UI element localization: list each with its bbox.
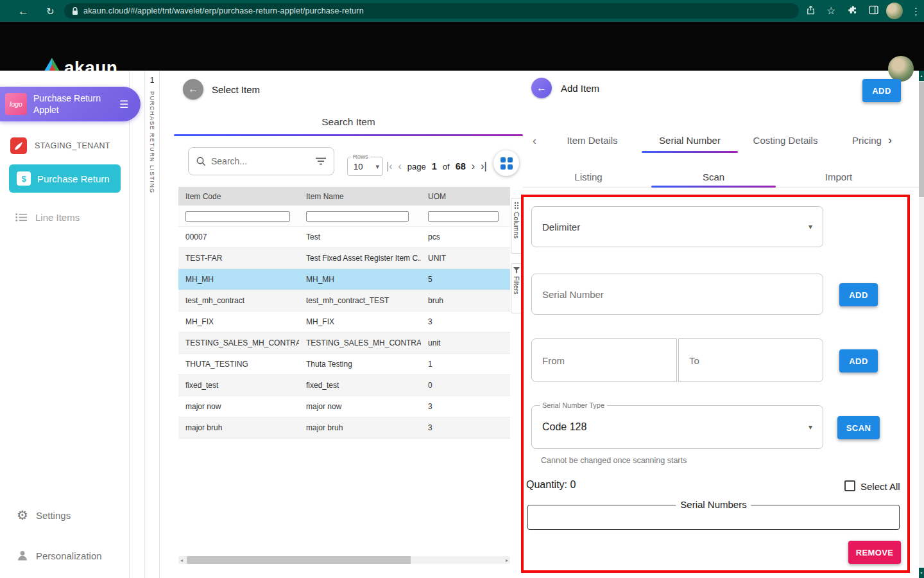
- column-header-item-code[interactable]: Item Code: [178, 192, 299, 201]
- table-row[interactable]: 00007 Test pcs: [178, 227, 510, 248]
- search-icon: [196, 157, 206, 166]
- side-panel-icon[interactable]: [869, 6, 878, 17]
- table-row[interactable]: test_mh_contract test_mh_contract_TEST b…: [178, 290, 510, 311]
- table-row[interactable]: major now major now 3: [178, 396, 510, 417]
- bookmark-star-icon[interactable]: ☆: [826, 6, 835, 16]
- range-add-button[interactable]: ADD: [839, 349, 878, 372]
- browser-url-bar[interactable]: akaun.cloud/#/applet/tnt/wavelet/erp/pur…: [64, 3, 799, 19]
- last-page-icon[interactable]: ›|: [481, 161, 486, 171]
- search-input[interactable]: [211, 156, 311, 166]
- range-to-input[interactable]: [678, 338, 823, 382]
- browser-toolbar: ← ↻ akaun.cloud/#/applet/tnt/wavelet/erp…: [0, 0, 924, 22]
- columns-tool[interactable]: Columns: [511, 198, 522, 254]
- tab-item-details[interactable]: Item Details: [567, 135, 617, 146]
- filter-list-icon[interactable]: [316, 157, 326, 165]
- person-icon: [17, 550, 28, 561]
- scroll-down-icon[interactable]: ▼: [919, 568, 924, 578]
- horizontal-scrollbar-thumb[interactable]: [187, 556, 411, 564]
- add-item-title: Add Item: [561, 83, 599, 94]
- tab-search-item[interactable]: Search Item: [174, 116, 523, 128]
- next-page-icon[interactable]: ›: [472, 161, 475, 171]
- add-item-button[interactable]: ADD: [862, 79, 901, 102]
- table-row[interactable]: TESTING_SALES_MH_CONTRACT TESTING_SALES_…: [178, 333, 510, 354]
- extensions-puzzle-icon[interactable]: [848, 5, 858, 17]
- applet-card[interactable]: logo Purchase Return Applet ☰: [0, 87, 141, 121]
- sidebar-item-settings[interactable]: ⚙ Settings: [17, 509, 71, 521]
- apps-grid-icon: [501, 157, 513, 170]
- page-word: page: [407, 162, 426, 171]
- item-code-filter-input[interactable]: [185, 211, 290, 222]
- first-page-icon[interactable]: |‹: [386, 161, 392, 171]
- table-row[interactable]: MH_FIX MH_FIX 3: [178, 311, 510, 333]
- table-row[interactable]: fixed_test fixed_test 0: [178, 375, 510, 396]
- scroll-up-icon[interactable]: ▲: [919, 71, 924, 81]
- tabs-scroll-left-icon[interactable]: ‹: [533, 135, 536, 146]
- serial-add-button[interactable]: ADD: [839, 283, 878, 306]
- table-row-selected[interactable]: MH_MH MH_MH 5: [178, 269, 510, 290]
- browser-back-icon[interactable]: ←: [18, 6, 29, 17]
- select-item-back-button[interactable]: ←: [183, 79, 203, 100]
- lock-icon: [72, 7, 78, 15]
- item-name-filter-input[interactable]: [306, 211, 409, 222]
- purchase-return-icon: $: [17, 171, 31, 186]
- browser-refresh-icon[interactable]: ↻: [46, 6, 55, 16]
- serial-number-input[interactable]: [531, 274, 823, 315]
- browser-menu-kebab-icon[interactable]: ⋮: [911, 6, 921, 16]
- sidebar-gap: [130, 71, 144, 578]
- list-icon: [15, 213, 27, 222]
- remove-button[interactable]: REMOVE: [848, 541, 901, 564]
- browser-profile-avatar[interactable]: [886, 3, 903, 19]
- add-item-back-button[interactable]: ←: [531, 78, 552, 98]
- filters-tool[interactable]: Filters: [511, 263, 522, 313]
- scroll-right-icon[interactable]: ▸: [506, 557, 508, 565]
- serial-number-type-select[interactable]: Serial Number Type Code 128 ▾: [531, 405, 823, 449]
- subtab-scan[interactable]: Scan: [703, 171, 724, 182]
- table-row[interactable]: major bruh major bruh 3: [178, 417, 510, 439]
- previous-page-icon[interactable]: ‹: [398, 161, 401, 171]
- sidebar-item-label: Purchase Return: [37, 173, 110, 184]
- uom-filter-input[interactable]: [428, 211, 499, 222]
- funnel-icon: [513, 267, 520, 274]
- item-table: Item Code Item Name UOM 00007 Test pcs T…: [178, 187, 510, 439]
- serial-numbers-box[interactable]: Serial Numbers: [527, 505, 900, 530]
- sidebar-item-label: Settings: [36, 510, 71, 521]
- workspace-tab-listing[interactable]: 1 PURCHASE RETURN LISTING: [145, 71, 160, 578]
- select-all-checkbox[interactable]: [844, 480, 855, 491]
- rows-per-page-select[interactable]: Rows 10 ▾: [347, 157, 383, 176]
- drag-indicator-icon: [514, 202, 519, 209]
- range-from-input[interactable]: [531, 338, 677, 382]
- tenant-selector[interactable]: STAGING_TENANT: [10, 137, 110, 154]
- app-header: akaun: [0, 22, 924, 71]
- sidebar-item-line-items[interactable]: Line Items: [15, 212, 80, 223]
- user-avatar[interactable]: [888, 56, 914, 82]
- tabs-scroll-right-icon[interactable]: ›: [888, 134, 892, 146]
- scroll-left-icon[interactable]: ◂: [180, 557, 183, 565]
- rows-value: 10: [354, 162, 363, 171]
- table-row[interactable]: THUTA_TESTING Thuta Testing 1: [178, 354, 510, 375]
- subtab-listing[interactable]: Listing: [574, 171, 602, 182]
- sidebar-item-purchase-return[interactable]: $ Purchase Return: [9, 164, 121, 193]
- subtabs-divider: [523, 188, 919, 188]
- horizontal-scrollbar[interactable]: ◂ ▸: [178, 556, 510, 564]
- collapse-menu-icon[interactable]: ☰: [119, 98, 128, 110]
- tab-pricing[interactable]: Pricing: [852, 135, 882, 146]
- share-icon[interactable]: [806, 5, 816, 17]
- tenant-logo-icon: [10, 137, 27, 154]
- grid-view-button[interactable]: [493, 150, 519, 176]
- table-header-row: Item Code Item Name UOM: [178, 187, 510, 206]
- item-search-box: [188, 147, 334, 175]
- tab-costing-details[interactable]: Costing Details: [753, 135, 818, 146]
- vertical-scrollbar[interactable]: ▲ ▼: [919, 71, 924, 578]
- subtab-import[interactable]: Import: [825, 171, 853, 182]
- tab-serial-number[interactable]: Serial Number: [659, 135, 721, 146]
- delimiter-select[interactable]: Delimiter ▾: [531, 206, 823, 247]
- select-item-title: Select Item: [212, 84, 260, 95]
- vertical-scrollbar-thumb[interactable]: [919, 82, 924, 197]
- table-row[interactable]: TEST-FAR Test Fixed Asset Register Item …: [178, 248, 510, 269]
- scan-button[interactable]: SCAN: [837, 416, 880, 439]
- column-header-uom[interactable]: UOM: [421, 192, 510, 201]
- sidebar-item-personalization[interactable]: Personalization: [17, 550, 102, 561]
- of-word: of: [443, 162, 450, 171]
- column-header-item-name[interactable]: Item Name: [299, 192, 421, 201]
- url-text: akaun.cloud/#/applet/tnt/wavelet/erp/pur…: [83, 6, 364, 15]
